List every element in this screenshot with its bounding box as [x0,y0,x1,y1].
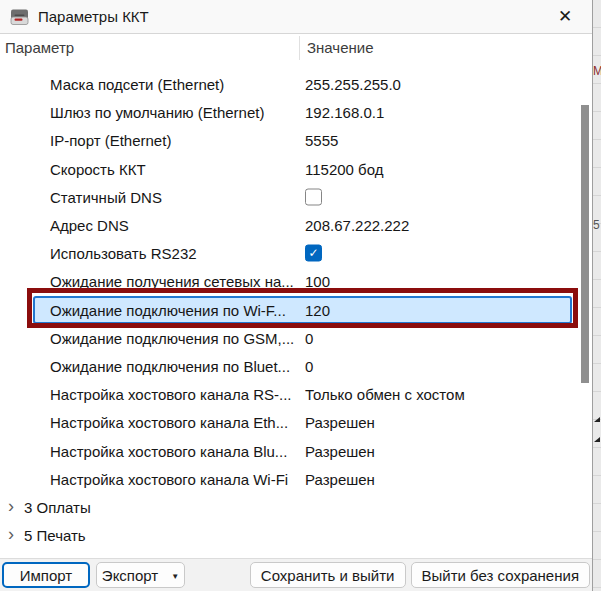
checkbox-unchecked[interactable] [305,188,322,205]
save-and-exit-button[interactable]: Сохранить и выйти [250,562,406,588]
param-value: 5555 [305,132,338,149]
background-triangle-mark [594,417,600,422]
background-window-sliver: М5 [593,0,601,591]
param-value: 120 [305,301,330,318]
param-label: Настройка хостового канала RS-... [50,386,291,403]
param-label: Использовать RS232 [50,245,197,262]
import-button[interactable]: Импорт [2,562,90,588]
param-label: Шлюз по умолчанию (Ethernet) [50,104,264,121]
table-header: Параметр Значение [0,35,592,62]
param-value: 115200 бод [305,160,383,177]
export-button-label: Экспорт [102,567,158,584]
tree-row-selected[interactable]: Ожидание подключения по Wi-F...120 [33,296,572,324]
param-value: Разрешен [305,442,375,459]
param-value: 255.255.255.0 [305,76,401,93]
tree-row[interactable]: Ожидание получения сетевых на...100 [0,267,580,295]
chevron-right-icon[interactable]: › [8,525,14,543]
param-value: 100 [305,273,330,290]
tree-row[interactable]: Настройка хостового канала Eth...Разреше… [0,408,580,436]
param-value: 192.168.0.1 [305,104,384,121]
tree-row[interactable]: Ожидание подключения по GSM,...0 [0,324,580,352]
close-icon: ✕ [558,6,572,27]
screen: М5 Параметры ККТ ✕ Параметр Значение [0,0,601,591]
vertical-scrollbar-thumb[interactable] [581,105,589,383]
param-label: Настройка хостового канала Eth... [50,414,288,431]
column-header-value[interactable]: Значение [307,39,374,56]
column-header-parameter[interactable]: Параметр [5,39,74,56]
param-label: Статичный DNS [50,188,162,205]
tree-row[interactable]: Адрес DNS208.67.222.222 [0,211,580,239]
tree-row[interactable]: Использовать RS232✓ [0,239,580,267]
printer-icon [10,9,29,25]
param-label: Настройка хостового канала Blu... [50,442,287,459]
dropdown-caret-icon: ▼ [171,572,179,581]
background-text-fragment: 5 [593,218,600,232]
tree-row[interactable]: Статичный DNS [0,183,580,211]
tree-row[interactable]: Скорость ККТ115200 бод [0,155,580,183]
window-title: Параметры ККТ [38,8,149,25]
param-label: Ожидание получения сетевых на... [50,273,294,290]
param-label: Адрес DNS [50,217,129,234]
param-label: 3 Оплаты [24,498,91,515]
parameters-tree: Маска подсети (Ethernet)255.255.255.0Шлю… [0,62,580,566]
footer-right-group: Сохранить и выйти Выйти без сохранения [250,562,590,588]
tree-row[interactable]: Настройка хостового канала RS-...Только … [0,380,580,408]
kkt-parameters-dialog: Параметры ККТ ✕ Параметр Значение Маска … [0,0,593,591]
param-value: 0 [305,329,313,346]
column-separator [299,36,300,60]
param-label: Маска подсети (Ethernet) [50,76,224,93]
tree-group-row[interactable]: ›5 Печать [0,521,580,549]
close-button[interactable]: ✕ [544,2,586,31]
tree-row[interactable]: Ожидание подключения по Bluet...0 [0,352,580,380]
param-value: 208.67.222.222 [305,217,409,234]
param-label: Ожидание подключения по Wi-F... [50,301,286,318]
param-label: Ожидание подключения по GSM,... [50,329,294,346]
param-value: 0 [305,357,313,374]
param-value: Только обмен с хостом [305,386,465,403]
exit-without-saving-button[interactable]: Выйти без сохранения [411,562,591,588]
param-value: Разрешен [305,470,375,487]
param-label: IP-порт (Ethernet) [50,132,171,149]
param-label: Ожидание подключения по Bluet... [50,357,290,374]
title-bar: Параметры ККТ ✕ [0,0,592,34]
footer-bar: Импорт Экспорт ▼ Сохранить и выйти Выйти… [0,558,592,591]
tree-row[interactable]: Настройка хостового канала Wi-FiРазрешен [0,465,580,493]
background-text-fragment: М [593,64,601,78]
tree-row[interactable]: Маска подсети (Ethernet)255.255.255.0 [0,70,580,98]
export-button[interactable]: Экспорт ▼ [96,562,185,588]
param-label: Настройка хостового канала Wi-Fi [50,470,288,487]
tree-row[interactable]: Шлюз по умолчанию (Ethernet)192.168.0.1 [0,98,580,126]
background-triangle-mark [594,437,600,442]
tree-group-row[interactable]: ›3 Оплаты [0,493,580,521]
tree-row[interactable]: IP-порт (Ethernet)5555 [0,126,580,154]
chevron-right-icon[interactable]: › [8,497,14,515]
param-label: Скорость ККТ [50,160,146,177]
tree-row[interactable]: Настройка хостового канала Blu...Разреше… [0,436,580,464]
param-value: Разрешен [305,414,375,431]
checkbox-checked[interactable]: ✓ [305,245,322,262]
param-label: 5 Печать [24,527,86,544]
